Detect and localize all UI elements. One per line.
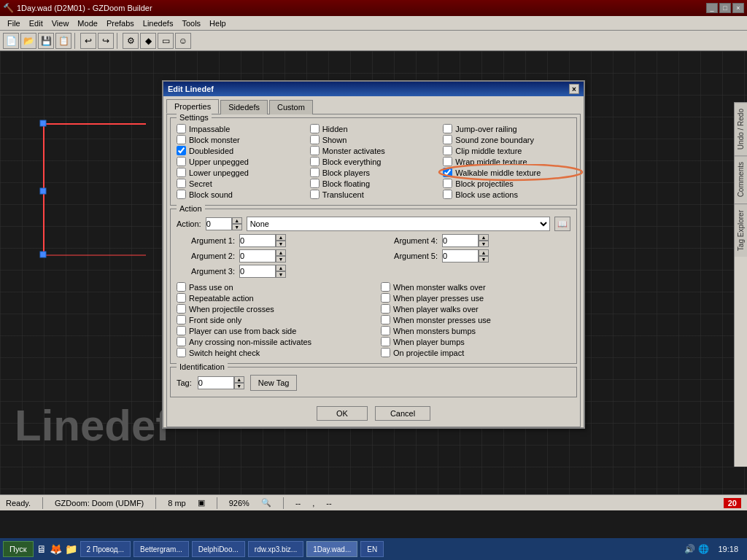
menu-view[interactable]: View [47,18,74,29]
taskbar-icon3[interactable]: 📁 [65,543,77,555]
redo-btn[interactable]: ↪ [98,33,114,49]
check-block-sound[interactable]: Block sound [177,190,304,199]
flag-player-walks[interactable]: When player walks over [381,304,570,314]
check-lower-unpegged[interactable]: Lower unpegged [177,168,304,177]
dialog-close-button[interactable]: × [569,84,579,94]
check-block-everything[interactable]: Block everything [310,157,438,166]
menu-mode[interactable]: Mode [73,18,102,29]
flag-switch-height[interactable]: Switch height check [177,348,366,357]
action-spin-up[interactable]: ▲ [232,217,242,224]
check-block-floating[interactable]: Block floating [310,179,438,188]
flag-front-side[interactable]: Front side only [177,315,366,324]
undo-btn[interactable]: ↩ [80,33,96,49]
taskbar-item-rdw[interactable]: rdw.xp3.biz... [248,541,303,557]
close-button[interactable]: × [732,3,744,13]
cancel-button[interactable]: Cancel [375,406,430,421]
arg4-spin-down[interactable]: ▼ [479,241,489,247]
dialog-buttons: OK Cancel [167,400,580,427]
flag-monsters-bumps[interactable]: When monsters bumps [381,326,570,335]
save-btn[interactable]: 💾 [38,33,54,49]
tab-properties[interactable]: Properties [166,99,219,114]
check-jump-over[interactable]: Jump-over railing [443,124,570,133]
arg2-spin-down[interactable]: ▼ [276,256,286,262]
thing-btn[interactable]: ☺ [175,33,191,49]
flag-player-presses[interactable]: When player presses use [381,293,570,303]
taskbar-item-1day[interactable]: 1Day.wad... [306,541,357,557]
check-sound-zone[interactable]: Sound zone boundary [443,135,570,144]
arg1-row: Argument 1: ▲ ▼ [177,234,368,247]
arg1-spin-up[interactable]: ▲ [276,234,286,241]
arg3-spin-down[interactable]: ▼ [276,271,286,278]
check-clip-middle[interactable]: Clip middle texture [443,146,570,155]
flag-projectile-crosses[interactable]: When projectile crosses [177,304,366,314]
settings-group: Settings Impassable Block monster Double… [170,117,577,206]
menu-linedefs[interactable]: Linedefs [139,18,178,29]
taskbar-item-bettergram[interactable]: Bettergram... [133,541,189,557]
check-hidden[interactable]: Hidden [310,124,438,133]
linedef-btn[interactable]: ⚙ [123,33,139,49]
arg3-input[interactable] [239,265,276,278]
tag-spin-down[interactable]: ▼ [234,383,244,389]
tag-spin-up[interactable]: ▲ [234,376,244,383]
check-block-projectiles[interactable]: Block projectiles [443,179,570,188]
flag-pass-use[interactable]: Pass use on [177,282,366,292]
check-block-players[interactable]: Block players [310,168,438,177]
action-number-field[interactable] [206,217,232,230]
flag-projectile-impact[interactable]: On projectile impact [381,348,570,357]
flag-player-bumps[interactable]: When player bumps [381,337,570,346]
tag-input[interactable] [198,376,234,389]
arg2-input[interactable] [239,249,276,262]
arg5-input[interactable] [442,249,479,262]
taskbar-item-en[interactable]: EN [360,541,384,557]
check-impassable[interactable]: Impassable [177,124,304,133]
arg4-spin-up[interactable]: ▲ [479,234,489,241]
flag-repeatable[interactable]: Repeatable action [177,293,366,303]
arg5-spin-down[interactable]: ▼ [479,256,489,262]
maximize-button[interactable]: □ [719,3,731,13]
check-doublesided[interactable]: Doublesided [177,146,304,155]
taskbar-item-delphi[interactable]: DelphiDoo... [192,541,245,557]
arg5-spin-up[interactable]: ▲ [479,249,489,256]
ok-button[interactable]: OK [317,406,368,421]
check-translucent[interactable]: Translucent [310,190,438,199]
new-tag-button[interactable]: New Tag [250,375,298,391]
check-secret[interactable]: Secret [177,179,304,188]
flag-monster-walks[interactable]: When monster walks over [381,282,570,292]
taskbar-item-provod[interactable]: 2 Провод... [80,541,131,557]
saveas-btn[interactable]: 📋 [55,33,71,49]
action-spin-down[interactable]: ▼ [232,224,242,230]
new-btn[interactable]: 📄 [3,33,19,49]
flag-monster-presses[interactable]: When monster presses use [381,315,570,324]
check-shown[interactable]: Shown [310,135,438,144]
sector-btn[interactable]: ▭ [158,33,174,49]
action-book-button[interactable]: 📖 [554,217,570,231]
menu-edit[interactable]: Edit [25,18,47,29]
check-block-monster[interactable]: Block monster [177,135,304,144]
minimize-button[interactable]: _ [706,3,718,13]
tab-sidedefs[interactable]: Sidedefs [220,100,268,114]
arg3-spin-up[interactable]: ▲ [276,265,286,271]
menu-help[interactable]: Help [205,18,231,29]
arg3-input-wrap: ▲ ▼ [239,265,286,278]
arg2-spin-up[interactable]: ▲ [276,249,286,256]
action-select[interactable]: None [247,217,550,231]
check-wrap-middle[interactable]: Wrap middle texture [443,157,570,166]
menu-prefabs[interactable]: Prefabs [102,18,139,29]
flag-back-side[interactable]: Player can use from back side [177,326,366,335]
start-button[interactable]: Пуск [3,541,34,557]
taskbar-icon1[interactable]: 🖥 [36,543,47,555]
menu-tools[interactable]: Tools [177,18,205,29]
tab-custom[interactable]: Custom [269,100,313,114]
menu-file[interactable]: File [3,18,25,29]
arg4-input[interactable] [442,234,479,247]
vertex-btn[interactable]: ◆ [140,33,156,49]
arg1-spin-down[interactable]: ▼ [276,241,286,247]
check-block-use[interactable]: Block use actions [443,190,570,199]
flag-any-crossing[interactable]: Any crossing non-missile activates [177,337,366,346]
open-btn[interactable]: 📂 [20,33,36,49]
check-upper-unpegged[interactable]: Upper unpegged [177,157,304,166]
check-walkable-middle[interactable]: Walkable middle texture [443,168,570,177]
taskbar-icon2[interactable]: 🦊 [50,543,62,555]
check-monster-activates[interactable]: Monster activates [310,146,438,155]
arg1-input[interactable] [239,234,276,247]
